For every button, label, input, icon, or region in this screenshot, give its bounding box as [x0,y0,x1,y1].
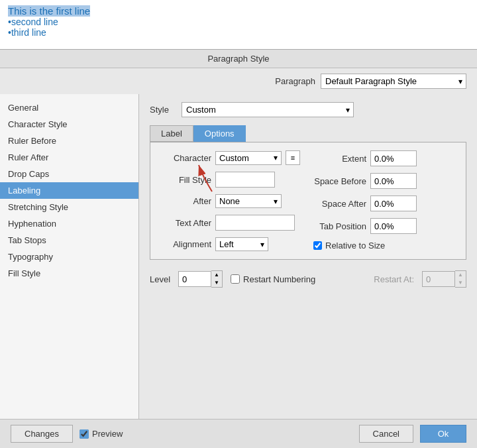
preview-label: Preview [92,429,123,439]
restart-numbering-row: Restart Numbering [231,274,315,284]
fill-style-input[interactable] [215,172,275,188]
alignment-select[interactable]: Left Center Right [215,237,268,251]
restart-at-label: Restart At: [374,274,414,284]
tab-position-row: Tab Position [313,218,417,234]
bottom-right: Cancel Ok [359,425,466,443]
main-container: This is the first line •second line •thi… [0,0,477,448]
after-select-wrapper[interactable]: None Tab Space Nothing [215,194,282,208]
character-row: Character Custom ≡ [158,150,300,165]
extent-row: Extent 0.0% [313,150,417,166]
cancel-button[interactable]: Cancel [359,425,413,443]
space-before-label: Space Before [313,176,366,186]
space-after-input[interactable] [370,196,417,211]
style-row: Style Custom Default Numbered Bulleted [150,102,466,117]
level-spin-down[interactable]: ▼ [211,279,222,287]
bottom-left: Changes Preview [11,425,123,443]
relative-to-size-row: Relative to Size [313,241,417,251]
after-row: After None Tab Space Nothing [158,194,300,208]
space-before-input[interactable] [370,173,417,189]
sidebar-item-tab-stops[interactable]: Tab Stops [0,232,138,249]
fill-style-annotation [215,172,275,188]
sidebar-item-ruler-after[interactable]: Ruler After [0,149,138,166]
relative-to-size-label: Relative to Size [325,241,385,251]
style-select[interactable]: Custom Default Numbered Bulleted [182,102,354,117]
preview-area: This is the first line •second line •thi… [0,0,477,50]
right-column: Extent 0.0% Space Before Space After [313,150,417,251]
sidebar-item-ruler-before[interactable]: Ruler Before [0,133,138,149]
level-input[interactable] [178,271,211,287]
restart-at-spin: ▲ ▼ [455,270,466,288]
space-after-label: Space After [313,199,366,209]
fill-style-row: Fill Style [158,172,300,188]
main-panel: Style Custom Default Numbered Bulleted L… [139,94,477,419]
style-label: Style [150,105,176,115]
level-spin-up[interactable]: ▲ [211,271,222,279]
content-area: General Character Style Ruler Before Rul… [0,94,477,419]
sidebar-item-stretching-style[interactable]: Stretching Style [0,199,138,215]
tab-bar: Label Options [150,125,466,142]
options-box: Character Custom ≡ Fill Style [150,142,466,260]
paragraph-select[interactable]: Default Paragraph Style [321,74,466,89]
tab-position-label: Tab Position [313,221,366,231]
sidebar-item-drop-caps[interactable]: Drop Caps [0,166,138,182]
level-row: Level ▲ ▼ Restart Numbering Restart At: [150,266,466,292]
level-spin-buttons: ▲ ▼ [211,270,223,288]
extent-label: Extent [313,154,366,164]
after-select[interactable]: None Tab Space Nothing [215,194,282,208]
dialog: Paragraph Style Paragraph Default Paragr… [0,50,477,448]
arrow-annotation [192,162,219,195]
ok-button[interactable]: Ok [420,425,466,443]
paragraph-label: Paragraph [275,76,315,86]
changes-button[interactable]: Changes [11,425,73,443]
sidebar: General Character Style Ruler Before Rul… [0,94,139,419]
alignment-label: Alignment [158,239,211,249]
restart-numbering-label: Restart Numbering [243,274,315,284]
dialog-title: Paragraph Style [0,50,477,68]
settings-icon[interactable]: ≡ [286,150,300,165]
level-input-wrapper: ▲ ▼ [178,270,223,288]
restart-at-input[interactable] [422,271,455,287]
left-column: Character Custom ≡ Fill Style [158,150,300,251]
extent-input[interactable]: 0.0% [370,150,417,166]
tab-position-input[interactable] [370,218,417,234]
alignment-select-wrapper[interactable]: Left Center Right [215,237,268,251]
style-select-wrapper[interactable]: Custom Default Numbered Bulleted [182,102,354,117]
preview-line2: •second line [8,17,469,27]
text-after-row: Text After [158,215,300,231]
bottom-bar: Changes Preview Cancel Ok [0,419,477,448]
restart-numbering-checkbox[interactable] [231,274,240,284]
sidebar-item-fill-style[interactable]: Fill Style [0,265,138,282]
sidebar-item-typography[interactable]: Typography [0,249,138,265]
paragraph-select-wrapper[interactable]: Default Paragraph Style [321,74,466,89]
level-label: Level [150,274,170,284]
text-after-input[interactable] [215,215,295,231]
character-select[interactable]: Custom [215,151,282,165]
preview-row: Preview [80,429,123,439]
space-before-row: Space Before [313,173,417,189]
space-after-row: Space After [313,196,417,211]
restart-at-wrapper: ▲ ▼ [422,270,466,288]
tab-label[interactable]: Label [150,125,193,142]
text-after-label: Text After [158,218,211,228]
alignment-row: Alignment Left Center Right [158,237,300,251]
restart-at-spin-down[interactable]: ▼ [455,279,466,287]
sidebar-item-labeling[interactable]: Labeling [0,182,138,199]
preview-checkbox[interactable] [80,429,89,439]
character-select-wrapper[interactable]: Custom [215,151,282,165]
preview-line3: •third line [8,27,469,38]
sidebar-item-character-style[interactable]: Character Style [0,116,138,133]
restart-at-spin-up[interactable]: ▲ [455,271,466,279]
relative-to-size-checkbox[interactable] [313,241,322,250]
tab-options[interactable]: Options [193,125,246,142]
preview-line1: This is the first line [8,5,469,17]
sidebar-item-hyphenation[interactable]: Hyphenation [0,215,138,232]
sidebar-item-general[interactable]: General [0,99,138,116]
after-label: After [158,196,211,206]
paragraph-row: Paragraph Default Paragraph Style [0,68,477,94]
